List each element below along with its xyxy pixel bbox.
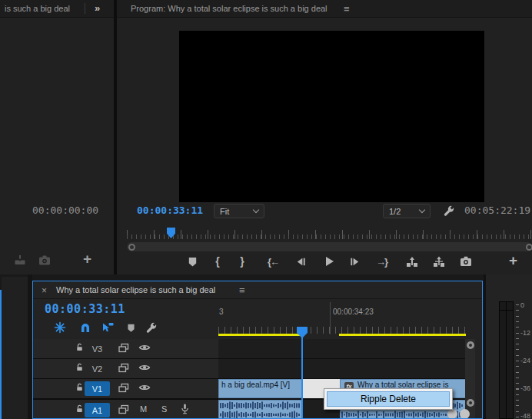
solo-button[interactable]: S (161, 404, 167, 414)
voiceover-record-mic-icon[interactable] (179, 403, 191, 415)
meter-scale-ticks (516, 304, 519, 418)
timeline-header: × Why a total solar eclipse is such a bi… (33, 281, 482, 299)
mute-button[interactable]: M (140, 404, 147, 414)
program-monitor-panel: Program: Why a total solar eclipse is su… (117, 0, 532, 274)
step-back-button[interactable] (293, 254, 308, 269)
button-editor-add-button[interactable]: + (509, 252, 517, 269)
timeline-vertical-scrollbar[interactable] (465, 339, 475, 419)
sync-lock-icon[interactable] (118, 362, 130, 374)
premiere-window: is such a big deal » 00:00:00:00 + Pro (0, 0, 532, 419)
step-forward-button[interactable] (347, 254, 362, 269)
panel-menu-icon[interactable]: ≡ (239, 284, 245, 296)
audio-meter-panel: 0 -12 -24 -36 -48 (486, 274, 532, 419)
close-icon[interactable]: × (42, 285, 47, 296)
linked-selection-icon[interactable] (101, 321, 115, 334)
track-target-button[interactable]: A1 (85, 403, 110, 417)
export-frame-icon[interactable] (458, 254, 474, 269)
program-video-frame[interactable] (179, 31, 484, 202)
clip-v1-left[interactable]: h a big deal.mp4 [V] (218, 379, 302, 398)
insert-icon[interactable] (14, 254, 26, 266)
program-tab[interactable]: Program: Why a total solar eclipse is su… (131, 4, 328, 13)
timeline-playhead-timecode[interactable]: 00:00:33:11 (45, 302, 125, 316)
lift-icon[interactable] (404, 254, 420, 269)
mark-in-button[interactable]: { (210, 254, 225, 269)
scrollbar-handle[interactable] (447, 409, 457, 419)
meter-scale-label: -36 (520, 384, 530, 392)
sync-lock-icon[interactable] (118, 382, 130, 394)
scrollbar-handle[interactable] (467, 399, 474, 407)
render-bar (339, 334, 466, 336)
menu-item-ripple-delete[interactable]: Ripple Delete (327, 391, 450, 407)
program-duration-timecode: 00:05:22:19 (464, 205, 530, 216)
chevron-down-icon (253, 207, 259, 213)
playback-resolution-dropdown[interactable]: 1/2 (383, 204, 431, 218)
go-to-in-button[interactable]: {← (265, 254, 281, 269)
chevron-down-icon (419, 207, 425, 213)
scrollbar-handle[interactable] (467, 341, 474, 349)
program-panel-header: Program: Why a total solar eclipse is su… (117, 0, 532, 18)
scrollbar-handle[interactable] (128, 244, 135, 251)
add-marker-icon[interactable] (126, 323, 139, 336)
sync-lock-icon[interactable] (118, 342, 130, 354)
nest-icon[interactable] (54, 321, 67, 334)
program-current-timecode[interactable]: 00:00:33:11 (137, 205, 203, 216)
track-lane-v3[interactable] (218, 339, 466, 358)
panel-menu-icon[interactable]: ≡ (344, 3, 350, 15)
playback-resolution-value: 1/2 (389, 207, 401, 216)
track-lane-v2[interactable] (218, 359, 466, 378)
extract-icon[interactable] (431, 254, 447, 269)
scrollbar-handle[interactable] (526, 244, 532, 251)
go-to-out-button[interactable]: →} (374, 254, 389, 269)
track-visibility-eye-icon[interactable] (138, 342, 151, 354)
zoom-level-value: Fit (220, 207, 229, 216)
render-bar (218, 334, 302, 336)
button-editor-add-button[interactable]: + (83, 251, 91, 268)
scrollbar-handle[interactable] (460, 409, 470, 419)
program-time-ruler[interactable] (127, 228, 532, 240)
playhead-line (301, 337, 303, 419)
track-target-button[interactable]: V1 (85, 381, 110, 396)
track-visibility-eye-icon[interactable] (138, 362, 151, 374)
export-frame-icon[interactable] (38, 255, 51, 265)
tab-separator (85, 3, 85, 14)
track-visibility-eye-icon[interactable] (138, 382, 151, 394)
sync-lock-icon[interactable] (118, 404, 130, 416)
tools-panel (2, 277, 28, 419)
meter-scale-label: -12 (520, 329, 530, 337)
source-panel: is such a big deal » 00:00:00:00 + (0, 0, 114, 274)
track-label[interactable]: V2 (85, 361, 110, 376)
track-label[interactable]: V3 (85, 341, 110, 356)
mark-out-button[interactable]: } (234, 254, 250, 269)
program-scrollbar[interactable] (127, 242, 532, 251)
audio-clip-a1-left[interactable] (218, 400, 302, 419)
settings-wrench-icon[interactable] (443, 205, 455, 218)
add-marker-button[interactable] (185, 254, 200, 269)
track-row-v3: V3 (33, 339, 466, 358)
source-timecode[interactable]: 00:00:00:00 (32, 205, 98, 216)
source-tab[interactable]: is such a big deal (5, 4, 70, 13)
timeline-settings-wrench-icon[interactable] (145, 321, 158, 334)
play-button[interactable] (321, 254, 337, 269)
context-menu: Ripple Delete (324, 388, 453, 410)
snap-icon[interactable] (79, 321, 92, 334)
audio-meter (499, 301, 514, 419)
panel-overflow-icon[interactable]: » (95, 2, 99, 14)
timeline-panel: × Why a total solar eclipse is such a bi… (32, 281, 483, 419)
timeline-tab[interactable]: Why a total solar eclipse is such a big … (56, 285, 215, 294)
source-panel-header: is such a big deal » (0, 0, 114, 18)
track-row-v2: V2 (33, 359, 466, 378)
ruler-label: 3 (219, 308, 224, 316)
zoom-level-dropdown[interactable]: Fit (214, 204, 264, 218)
meter-scale-label: -48 (520, 412, 530, 419)
meter-scale-label: -24 (520, 357, 530, 364)
meter-scale-label: 0 (520, 301, 524, 309)
ruler-label: 00:00:34:23 (333, 308, 374, 316)
time-ruler[interactable] (218, 327, 466, 334)
